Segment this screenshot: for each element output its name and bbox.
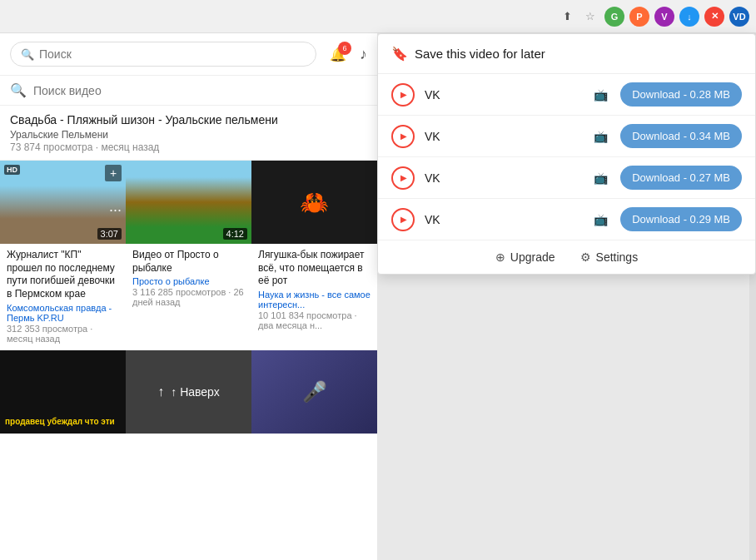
video-channel-2[interactable]: Просто о рыбалке	[132, 276, 245, 286]
vk-play-icon-1: ▶	[391, 83, 415, 107]
first-video-meta: 73 874 просмотра · месяц назад	[10, 141, 367, 153]
video-title-2: Видео от Просто о рыбалке	[132, 249, 245, 275]
browser-toolbar: ⬆ ☆ G P V ↓ ✕ VD	[0, 0, 756, 33]
download-button-3[interactable]: Download - 0.27 MB	[620, 166, 742, 190]
music-icon[interactable]: ♪	[360, 46, 367, 63]
video-info-1: Журналист "КП" прошел по последнему пути…	[0, 244, 126, 349]
ext-vd-icon[interactable]: VD	[729, 7, 749, 27]
naverh-banner[interactable]: ↑ ↑ Наверх	[126, 350, 251, 434]
vk-label-3: VK	[425, 171, 580, 185]
video-stats-3: 10 101 834 просмотра · два месяца н...	[258, 310, 371, 330]
play-triangle-4: ▶	[400, 215, 407, 224]
more-options-icon[interactable]: ···	[109, 201, 122, 219]
play-triangle-3: ▶	[400, 173, 407, 182]
video-info-2: Видео от Просто о рыбалке Просто о рыбал…	[126, 244, 251, 314]
download-button-1[interactable]: Download - 0.28 MB	[620, 82, 742, 107]
download-row-2: ▶ VK 📺 Download - 0.34 MB	[378, 116, 755, 157]
download-popup: 🔖 Save this video for later ▶ VK 📺 Downl…	[377, 33, 756, 275]
settings-button[interactable]: ⚙ Settings	[580, 250, 639, 264]
download-row-3: ▶ VK 📺 Download - 0.27 MB	[378, 157, 755, 199]
video-thumb-1: HD + 3:07 ···	[0, 161, 126, 244]
video-grid-row2: продавец убеждал что эти ↑ ↑ Наверх 🎤	[0, 350, 377, 434]
popup-header: 🔖 Save this video for later	[378, 34, 755, 74]
download-button-2[interactable]: Download - 0.34 MB	[620, 124, 742, 148]
notification-badge: 6	[338, 42, 351, 55]
cast-icon-4[interactable]: 📺	[590, 210, 610, 230]
video-card-1[interactable]: HD + 3:07 ··· Журналист "КП" прошел по п…	[0, 161, 126, 349]
ext-green-icon[interactable]: G	[604, 7, 624, 27]
vk-label-4: VK	[425, 213, 580, 226]
video-search-input[interactable]	[33, 84, 179, 97]
video-stats-1: 312 353 просмотра · месяц назад	[7, 324, 119, 344]
duration-badge-2: 4:12	[223, 228, 247, 240]
video-thumb-4: продавец убеждал что эти	[0, 350, 126, 434]
share-icon[interactable]: ⬆	[558, 7, 576, 26]
video-channel-3[interactable]: Наука и жизнь - все самое интересн...	[258, 290, 371, 310]
cast-icon-1[interactable]: 📺	[590, 85, 610, 105]
settings-label: Settings	[596, 250, 639, 264]
download-row-1: ▶ VK 📺 Download - 0.28 MB	[378, 74, 755, 116]
plus-button[interactable]: +	[105, 165, 122, 181]
upgrade-button[interactable]: ⊕ Upgrade	[495, 250, 555, 264]
ext-purple-icon[interactable]: V	[654, 7, 674, 27]
play-triangle-1: ▶	[400, 90, 407, 99]
naverh-label: ↑ Наверх	[171, 385, 219, 399]
first-video-channel: Уральские Пельмени	[10, 129, 367, 141]
video-search-icon: 🔍	[10, 82, 27, 98]
vk-play-icon-3: ▶	[391, 166, 415, 190]
hd-badge: HD	[4, 165, 20, 175]
video-info-3: Лягушка-бык пожирает всё, что помещается…	[251, 244, 377, 337]
video-grid-row1: HD + 3:07 ··· Журналист "КП" прошел по п…	[0, 161, 377, 349]
video-thumb-2: 4:12	[126, 161, 251, 244]
settings-icon: ⚙	[580, 250, 591, 264]
video-title-1: Журналист "КП" прошел по последнему пути…	[7, 249, 119, 300]
upgrade-label: Upgrade	[510, 250, 555, 264]
video-channel-1[interactable]: Комсомольская правда - Пермь KP.RU	[7, 303, 119, 323]
video-search-area: 🔍	[0, 76, 377, 106]
video-card-5[interactable]: ↑ ↑ Наверх	[126, 350, 251, 434]
video-card-6[interactable]: 🎤	[251, 350, 377, 434]
notification-bell[interactable]: 🔔 6	[330, 47, 346, 62]
search-area: 🔍 🔔 6 ♪	[0, 33, 377, 76]
first-video-title: Свадьба - Пляжный шизон - Уральские пель…	[10, 112, 367, 127]
vk-label-1: VK	[425, 88, 580, 102]
duration-badge: 3:07	[97, 228, 122, 240]
video-title-3: Лягушка-бык пожирает всё, что помещается…	[258, 249, 371, 288]
up-arrow-icon: ↑	[157, 384, 164, 399]
play-triangle-2: ▶	[400, 131, 407, 141]
upgrade-icon: ⊕	[495, 250, 505, 264]
video-listing: 🔍 🔔 6 ♪ 🔍 Свадьба - Пляжный шизон - Урал…	[0, 33, 377, 560]
vk-label-2: VK	[425, 130, 580, 143]
video-card-4[interactable]: продавец убеждал что эти	[0, 350, 126, 434]
search-input[interactable]	[39, 47, 306, 61]
cast-icon-3[interactable]: 📺	[590, 168, 610, 188]
download-row-4: ▶ VK 📺 Download - 0.29 MB	[378, 199, 755, 240]
video-thumb-5: ↑ ↑ Наверх	[126, 350, 251, 434]
bookmark-icon: 🔖	[391, 46, 408, 62]
video-thumb-6: 🎤	[251, 350, 377, 434]
star-icon[interactable]: ☆	[581, 7, 599, 26]
ext-download-icon[interactable]: ↓	[679, 7, 699, 27]
video-card-2[interactable]: 4:12 Видео от Просто о рыбалке Просто о …	[126, 161, 251, 349]
popup-title: Save this video for later	[415, 47, 545, 61]
ext-orange-icon[interactable]: P	[629, 7, 649, 27]
vk-play-icon-4: ▶	[391, 208, 415, 231]
popup-footer: ⊕ Upgrade ⚙ Settings	[378, 240, 755, 274]
vk-play-icon-2: ▶	[391, 125, 415, 148]
search-icon: 🔍	[21, 48, 34, 61]
video-stats-2: 3 116 285 просмотров · 26 дней назад	[132, 287, 245, 307]
download-button-4[interactable]: Download - 0.29 MB	[620, 207, 742, 231]
video-card-3[interactable]: 🦀 Лягушка-бык пожирает всё, что помещает…	[251, 161, 377, 349]
first-video-item[interactable]: Свадьба - Пляжный шизон - Уральские пель…	[0, 106, 377, 161]
video-thumb-3: 🦀	[251, 161, 377, 244]
ext-red-icon[interactable]: ✕	[704, 7, 724, 27]
search-box[interactable]: 🔍	[10, 42, 316, 67]
cast-icon-2[interactable]: 📺	[590, 126, 610, 146]
